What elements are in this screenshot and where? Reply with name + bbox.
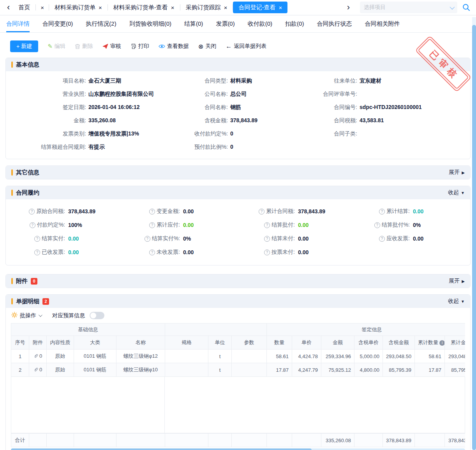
field-label: 收付款约定%: (178, 130, 228, 137)
attachments-count-badge: 0 (31, 278, 37, 285)
section-title: 单据明细 (16, 298, 39, 305)
vertical-scrollbar[interactable] (472, 17, 476, 450)
cell-spec (165, 350, 208, 363)
close-button-label: 关闭 (205, 43, 216, 50)
metric-value: 0.00 (413, 208, 423, 214)
tab-material-purchase-order-view[interactable]: 材料采购订货单-查看 × (108, 2, 180, 13)
subnav-contract-detail[interactable]: 合同详情 (6, 16, 30, 32)
close-tab-icon[interactable]: × (36, 4, 49, 11)
help-icon[interactable]: ? (29, 209, 35, 214)
metric-label: 累计结算: (386, 208, 410, 215)
help-icon[interactable]: ? (149, 222, 155, 228)
close-button[interactable]: ⊗ 关闭 (198, 43, 216, 50)
field-label: 营业执照: (10, 91, 86, 98)
batch-operation-button[interactable]: 批操作 (11, 312, 41, 319)
cell-cum-qty: 17.87 (415, 363, 445, 377)
close-tab-icon[interactable]: × (224, 4, 227, 11)
attachments-card: 附件 0 展开 ▶ (5, 274, 471, 288)
field-value: 0 (230, 130, 233, 137)
subnav-settlement[interactable]: 结算(0) (184, 16, 203, 32)
collapse-toggle[interactable]: 收起 ▼ (448, 189, 465, 196)
view-data-button[interactable]: 查看数据 (159, 43, 189, 50)
field-contract-name: 合同名称:钢筋 (178, 104, 310, 111)
group-header-basic: 基础信息 (11, 323, 165, 336)
info-icon[interactable]: i (439, 340, 445, 346)
subnav-contract-attachments[interactable]: 合同相关附件 (365, 16, 400, 32)
help-icon[interactable]: ? (259, 209, 264, 214)
cell-attachment[interactable]: 0 (29, 363, 47, 377)
delete-button[interactable]: 删除 (75, 43, 93, 50)
help-icon[interactable]: ? (264, 250, 270, 255)
help-icon[interactable]: ? (379, 209, 385, 214)
close-circle-icon: ⊗ (198, 43, 203, 50)
budget-info-toggle[interactable] (90, 312, 104, 319)
expand-toggle[interactable]: 展开 ▶ (449, 169, 465, 176)
table-row[interactable]: 2 0 原始 0101 钢筋 螺纹三级钢φ10 t 17.87 4,247.79… (11, 363, 465, 377)
metric-value: 0.00 (183, 208, 194, 214)
subnav-arrival-acceptance[interactable]: 到货验收明细(0) (129, 16, 171, 32)
tabs-scroll-left-icon[interactable]: ‹ (4, 3, 13, 12)
help-icon[interactable]: ? (374, 222, 380, 228)
project-select[interactable]: 选择项目 (360, 2, 457, 13)
collapse-toggle[interactable]: 收起 ▼ (448, 298, 465, 305)
print-button[interactable]: 打印 (130, 43, 149, 50)
help-icon[interactable]: ? (264, 222, 270, 228)
cell-nature: 原始 (47, 350, 74, 363)
subnav-contract-change[interactable]: 合同变更(0) (42, 16, 73, 32)
expand-toggle[interactable]: 展开 ▶ (449, 278, 465, 285)
field-tax-amount: 含税金额:378,843.89 (178, 117, 310, 125)
plus-icon: + (16, 43, 19, 49)
table-row[interactable]: 1 0 原始 0101 钢筋 螺纹三级钢φ12 t 58.61 4,424.78… (11, 350, 465, 363)
delete-button-label: 删除 (82, 43, 93, 50)
metric-label: 累计合同额: (266, 208, 295, 215)
field-review-doc-no: 合同评审单号: (310, 91, 466, 98)
close-tab-icon[interactable]: × (279, 4, 282, 11)
help-icon[interactable]: ? (379, 236, 385, 242)
back-to-list-button[interactable]: ← 返回单据列表 (226, 43, 266, 50)
subnav-deduction[interactable]: 扣款(0) (285, 16, 304, 32)
tab-home[interactable]: 首页 (13, 2, 35, 13)
horizontal-scrollbar[interactable] (11, 448, 465, 450)
tab-purchase-order-tracking[interactable]: 采购订货跟踪 × (180, 2, 233, 13)
subnav-invoice[interactable]: 发票(0) (216, 16, 234, 32)
help-icon[interactable]: ? (149, 209, 155, 214)
help-icon[interactable]: ? (34, 236, 40, 242)
metric-label: 结算未付: (271, 235, 295, 242)
help-icon[interactable]: ? (264, 236, 270, 242)
subnav-payment[interactable]: 收付款(0) (248, 16, 272, 32)
vertical-scrollbar-thumb[interactable] (472, 25, 476, 450)
tabs-scroll-right-icon[interactable]: › (344, 3, 353, 12)
help-icon[interactable]: ? (145, 236, 150, 242)
col-header-name: 名称 (116, 336, 165, 350)
col-header-amount: 金额 (321, 336, 354, 350)
collapse-label: 收起 (448, 189, 459, 196)
subnav-contract-exec-state[interactable]: 合同执行状态 (317, 16, 352, 32)
audit-button-label: 审核 (110, 43, 121, 50)
new-button[interactable]: + 新建 (10, 40, 38, 52)
cell-category: 0101 钢筋 (74, 350, 116, 363)
tab-material-purchase-order[interactable]: 材料采购订货单 × (49, 2, 108, 13)
audit-button[interactable]: 审核 (102, 43, 121, 50)
field-sign-date: 签定日期:2026-01-04 16:06:12 (10, 104, 178, 111)
metric-cumulative-payable: ?累计应付:0.00 (121, 221, 236, 229)
horizontal-scrollbar-thumb[interactable] (11, 448, 312, 450)
metric-value: 378,843.89 (68, 208, 95, 214)
total-cum-amount: 378,843.89 (445, 434, 465, 447)
field-value: 0 (230, 144, 233, 150)
cell-seq: 1 (11, 350, 29, 363)
help-icon[interactable]: ? (34, 250, 40, 255)
close-tab-icon[interactable]: × (99, 4, 102, 11)
table-empty-area (11, 377, 465, 433)
field-label: 预付款比例%: (178, 144, 228, 151)
close-tab-icon[interactable]: × (171, 4, 175, 11)
help-icon[interactable]: ? (30, 222, 35, 228)
edit-button[interactable]: ✎ 编辑 (48, 43, 65, 50)
col-header-spec: 规格 (165, 336, 208, 350)
subnav-execution-status[interactable]: 执行情况(2) (86, 16, 116, 32)
cell-attachment[interactable]: 0 (29, 350, 47, 363)
attachments-header: 附件 0 展开 ▶ (6, 274, 470, 288)
help-icon[interactable]: ? (149, 250, 155, 255)
tab-contract-register-view[interactable]: 合同登记-查看 × (233, 2, 287, 13)
total-tax-amount: 378,843.89 (383, 434, 415, 447)
search-icon[interactable] (462, 3, 471, 12)
